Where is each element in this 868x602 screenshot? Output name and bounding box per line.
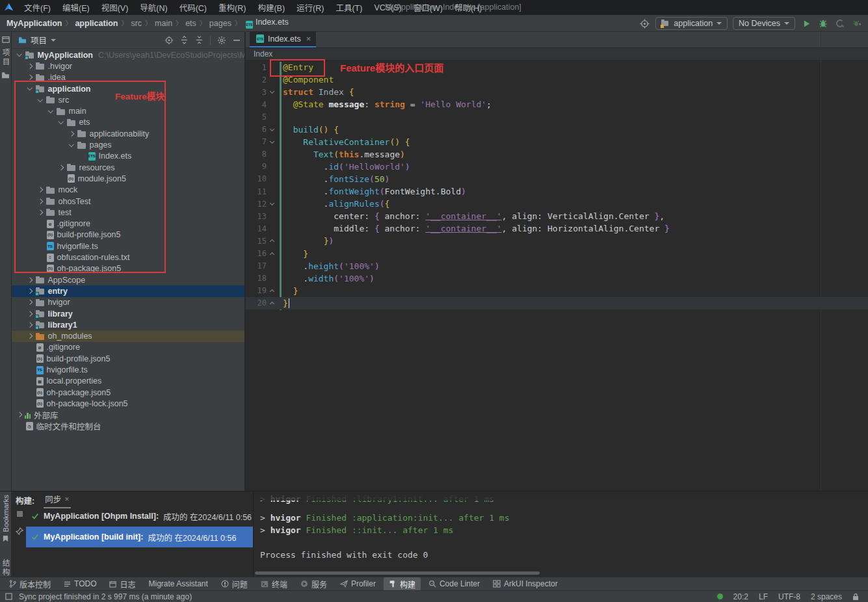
gear-icon[interactable] bbox=[217, 36, 226, 45]
code-line-6[interactable]: 6 build() { bbox=[246, 124, 868, 136]
build-task-row[interactable]: MyApplication [build init]: 成功的 在2024/6/… bbox=[26, 527, 253, 547]
tree-item-.gitignore[interactable]: ⊘.gitignore bbox=[12, 342, 245, 353]
tree-item-appscope[interactable]: AppScope bbox=[12, 274, 245, 285]
toolwindow-button-版本控制[interactable]: 版本控制 bbox=[4, 577, 56, 591]
debug-button[interactable] bbox=[817, 18, 829, 29]
code-line-13[interactable]: 13 center: { anchor: '__container__', al… bbox=[246, 210, 868, 222]
lock-icon[interactable] bbox=[852, 593, 859, 601]
tree-item-hvigorfile.ts[interactable]: TShvigorfile.ts bbox=[12, 364, 245, 375]
tree-expand-icon[interactable] bbox=[38, 187, 43, 192]
code-line-15[interactable]: 15 }) bbox=[246, 235, 868, 247]
code-editor[interactable]: 1@Entry2@Component3struct Index {4 @Stat… bbox=[246, 61, 868, 491]
tab-sync[interactable]: 同步× bbox=[44, 491, 70, 508]
code-line-10[interactable]: 10 .fontSize(50) bbox=[246, 173, 868, 185]
breadcrumb-item[interactable]: main bbox=[153, 19, 174, 28]
collapse-all-icon[interactable] bbox=[195, 36, 204, 44]
tree-item-local.properties[interactable]: ▤local.properties bbox=[12, 376, 245, 387]
tree-expand-icon[interactable] bbox=[17, 51, 22, 57]
tree-item-pages[interactable]: pages bbox=[12, 139, 245, 150]
horizontal-scrollbar[interactable] bbox=[255, 571, 540, 575]
fold-marker-icon[interactable] bbox=[269, 289, 274, 294]
tree-item-library[interactable]: library bbox=[12, 308, 245, 319]
toolwindow-button-migrate-assistant[interactable]: Migrate Assistant bbox=[143, 578, 213, 590]
tree-expand-icon[interactable] bbox=[48, 108, 53, 113]
fold-marker-icon[interactable] bbox=[269, 201, 274, 205]
hide-panel-icon[interactable] bbox=[233, 36, 241, 44]
fold-marker-icon[interactable] bbox=[269, 139, 274, 144]
menu-item[interactable]: 运行(R) bbox=[291, 1, 330, 14]
menu-item[interactable]: 编辑(E) bbox=[57, 1, 96, 14]
tree-item-myapplication[interactable]: MyApplicationC:\Users\yeah1\DevEcoStudio… bbox=[12, 49, 245, 60]
toolwindow-button-profiler[interactable]: Profiler bbox=[335, 578, 381, 590]
tree-item-ohmodules[interactable]: oh_modules bbox=[12, 331, 245, 342]
tree-item-.gitignore[interactable]: ⊘.gitignore bbox=[12, 218, 245, 229]
close-icon[interactable]: × bbox=[64, 495, 69, 504]
structure-strip-tab[interactable]: 结构 bbox=[1, 559, 11, 577]
toolwindow-button-终端[interactable]: 终端 bbox=[256, 577, 293, 591]
profiler-attach-icon[interactable] bbox=[834, 18, 846, 29]
code-line-11[interactable]: 11 .fontWeight(FontWeight.Bold) bbox=[246, 185, 868, 198]
stop-icon[interactable] bbox=[17, 511, 23, 517]
device-select[interactable]: No Devices bbox=[733, 17, 795, 30]
menu-item[interactable]: 代码(C) bbox=[174, 1, 213, 14]
toolwindow-button-构建[interactable]: 构建 bbox=[384, 577, 421, 591]
tree-item-[interactable]: ◷临时文件和控制台 bbox=[12, 421, 245, 432]
tree-expand-icon[interactable] bbox=[69, 131, 74, 137]
tree-expand-icon[interactable] bbox=[59, 165, 64, 170]
code-line-5[interactable]: 5 bbox=[246, 111, 868, 123]
breadcrumb-item[interactable]: ETSIndex.ets bbox=[243, 18, 290, 29]
code-line-20[interactable]: 20} bbox=[246, 297, 868, 309]
toolwindow-button-code-linter[interactable]: Code Linter bbox=[423, 578, 485, 590]
tree-item-library1[interactable]: library1 bbox=[12, 319, 245, 330]
tree-expand-icon[interactable] bbox=[27, 300, 33, 305]
window-switcher-icon[interactable] bbox=[5, 593, 12, 600]
tree-expand-icon[interactable] bbox=[38, 199, 43, 204]
tree-item-build-profile.json5[interactable]: {5}build-profile.json5 bbox=[12, 353, 245, 364]
caret-position[interactable]: 20:2 bbox=[733, 592, 748, 601]
build-console[interactable]: > hvigor Finished :library1:init... afte… bbox=[254, 491, 868, 577]
menu-item[interactable]: 文件(F) bbox=[18, 1, 57, 14]
toolwindow-button-todo[interactable]: TODO bbox=[59, 578, 101, 590]
code-line-14[interactable]: 14 middle: { anchor: '__container__', al… bbox=[246, 222, 868, 235]
code-line-2[interactable]: 2@Component bbox=[246, 73, 868, 86]
breadcrumb-item[interactable]: pages bbox=[208, 19, 233, 28]
project-view-selector[interactable]: 项目 bbox=[18, 34, 56, 46]
code-line-9[interactable]: 9 .id('HelloWorld') bbox=[246, 161, 868, 173]
tree-item-hvigor[interactable]: hvigor bbox=[12, 297, 245, 308]
run-config-select[interactable]: application bbox=[655, 17, 728, 30]
fold-marker-icon[interactable] bbox=[269, 89, 274, 94]
menu-item[interactable]: 工具(T) bbox=[330, 1, 368, 14]
menu-item[interactable]: 构建(B) bbox=[252, 1, 291, 14]
tree-item-application[interactable]: application bbox=[12, 83, 245, 94]
tree-item-main[interactable]: main bbox=[12, 106, 245, 117]
project-strip-tab[interactable]: 项目 bbox=[1, 49, 11, 66]
tree-item-oh-package.json5[interactable]: {5}oh-package.json5 bbox=[12, 387, 245, 398]
locate-icon[interactable] bbox=[638, 18, 650, 29]
tree-expand-icon[interactable] bbox=[27, 311, 33, 317]
tree-item-oh-package.json5[interactable]: {5}oh-package.json5 bbox=[12, 263, 245, 274]
tree-expand-icon[interactable] bbox=[27, 334, 33, 339]
tree-item-oh-package-lock.json5[interactable]: {5}oh-package-lock.json5 bbox=[12, 398, 245, 409]
code-line-7[interactable]: 7 RelativeContainer() { bbox=[246, 136, 868, 148]
code-line-8[interactable]: 8 Text(this.message) bbox=[246, 148, 868, 161]
code-line-19[interactable]: 19 } bbox=[246, 285, 868, 297]
code-line-12[interactable]: 12 .alignRules({ bbox=[246, 198, 868, 210]
tab-index-ets[interactable]: ETS Index.ets × bbox=[250, 31, 316, 47]
tree-item-hvigorfile.ts[interactable]: TShvigorfile.ts bbox=[12, 241, 245, 252]
tree-expand-icon[interactable] bbox=[69, 142, 74, 147]
tree-expand-icon[interactable] bbox=[27, 278, 33, 283]
locate-file-icon[interactable] bbox=[164, 36, 174, 45]
tree-item-ohostest[interactable]: ohosTest bbox=[12, 196, 245, 207]
pin-icon[interactable] bbox=[16, 527, 23, 535]
menu-item[interactable]: 导航(N) bbox=[134, 1, 173, 14]
indent-setting[interactable]: 2 spaces bbox=[811, 592, 842, 601]
tree-item-applicationability[interactable]: applicationability bbox=[12, 128, 245, 139]
run-button[interactable] bbox=[800, 18, 812, 29]
breadcrumb-item[interactable]: src bbox=[129, 19, 143, 28]
toolwindow-button-日志[interactable]: 日志 bbox=[104, 577, 140, 591]
tree-expand-icon[interactable] bbox=[27, 64, 33, 69]
tree-item-resources[interactable]: resources bbox=[12, 162, 245, 173]
tree-expand-icon[interactable] bbox=[38, 210, 43, 215]
tree-item-mock[interactable]: mock bbox=[12, 185, 245, 196]
folder-icon[interactable] bbox=[1, 72, 10, 79]
